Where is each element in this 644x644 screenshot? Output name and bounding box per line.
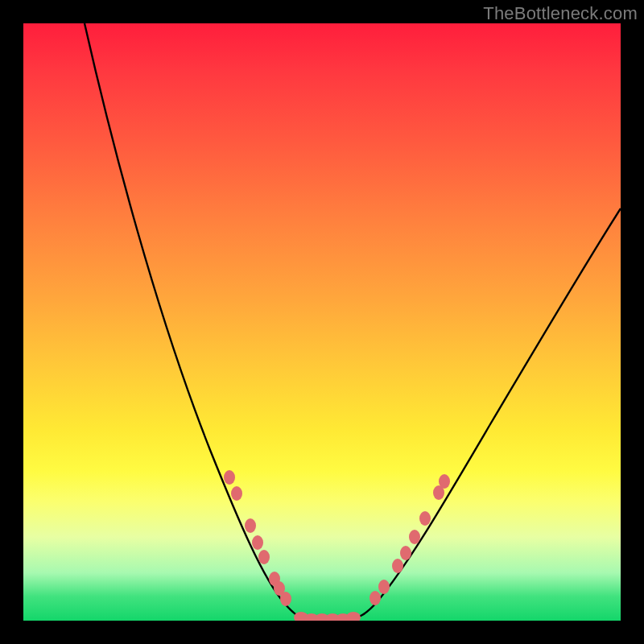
marker-left [231, 486, 242, 501]
marker-right [419, 511, 431, 526]
watermark-text: TheBottleneck.com [483, 3, 638, 24]
marker-left [258, 550, 270, 564]
curve-svg [23, 23, 621, 621]
marker-left [245, 518, 256, 533]
marker-left [280, 592, 291, 606]
marker-right [369, 591, 381, 605]
marker-right [439, 474, 450, 489]
curve-left [85, 23, 310, 619]
marker-left [224, 470, 235, 485]
marker-right [392, 559, 403, 573]
marker-bottom [346, 612, 361, 621]
marker-right [400, 546, 411, 560]
curve-right [347, 208, 621, 619]
plot-area [23, 23, 621, 621]
marker-left [252, 535, 263, 550]
marker-right [409, 530, 420, 544]
chart-stage: TheBottleneck.com [0, 0, 644, 644]
marker-right [378, 580, 390, 594]
